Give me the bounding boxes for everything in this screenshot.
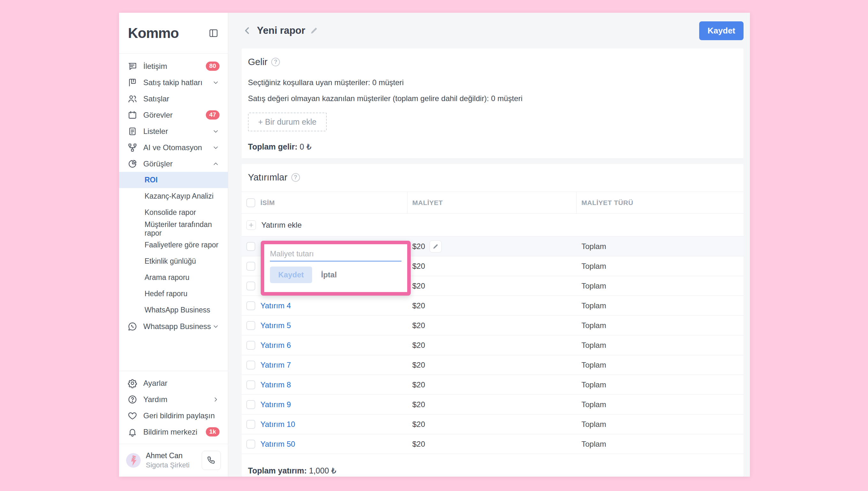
row-checkbox[interactable] xyxy=(246,380,255,389)
row-checkbox[interactable] xyxy=(246,360,255,370)
sidebar-item-bildirim-merkezi[interactable]: Bildirim merkezi1k xyxy=(119,424,228,440)
add-investment-row[interactable]: Yatırım ekle xyxy=(242,213,743,237)
pencil-icon[interactable] xyxy=(310,26,318,35)
chevron-right-icon xyxy=(212,396,220,403)
investment-name-link[interactable]: Yatırım 5 xyxy=(261,321,412,330)
revenue-total-label: Toplam gelir: xyxy=(248,142,297,151)
cost-edit-popup: Kaydet İptal xyxy=(261,241,411,295)
investment-cost: $20 xyxy=(412,420,581,429)
back-chevron-icon[interactable] xyxy=(242,26,252,36)
investment-cost-type: Toplam xyxy=(581,262,743,271)
row-checkbox[interactable] xyxy=(246,301,255,310)
sidebar-item-m-teriler-taraf-ndan-rapor[interactable]: Müşteriler tarafından rapor xyxy=(119,221,228,237)
sidebar-item-label: Konsolide rapor xyxy=(144,208,196,217)
row-checkbox[interactable] xyxy=(246,400,255,409)
investment-name-link[interactable]: Yatırım 50 xyxy=(261,440,412,449)
sidebar-item-hedef-raporu[interactable]: Hedef raporu xyxy=(119,286,228,302)
table-row: Yatırım 10$20Toplam xyxy=(242,414,743,434)
investments-total: Toplam yatırım: 1,000 ₺ xyxy=(248,466,336,475)
sidebar-spacer xyxy=(119,335,228,371)
help-circle-icon xyxy=(127,395,138,405)
sidebar-item-label: Faaliyetlere göre rapor xyxy=(144,241,218,249)
investment-cost-type: Toplam xyxy=(581,420,743,429)
investment-name-link[interactable]: Yatırım 10 xyxy=(261,420,412,429)
revenue-line-1: Seçtiğiniz koşullara uyan müşteriler: 0 … xyxy=(248,78,737,87)
investment-cost-type: Toplam xyxy=(581,242,743,251)
table-header: İSİM MALİYET MALİYET TÜRÜ xyxy=(242,192,743,213)
popup-save-button[interactable]: Kaydet xyxy=(270,266,312,283)
investment-cost: $20 xyxy=(412,360,581,370)
sidebar-item-label: İletişim xyxy=(143,62,167,71)
automation-icon xyxy=(127,143,138,153)
sidebar-item-label: Etkinlik günlüğü xyxy=(144,257,196,266)
row-checkbox[interactable] xyxy=(246,420,255,429)
sidebar-item-whatsapp-business[interactable]: WhatsApp Business xyxy=(119,302,228,318)
sidebar-item-i-leti-im[interactable]: İletişim80 xyxy=(119,58,228,74)
investments-title: Yatırımlar xyxy=(248,172,288,183)
investment-cost-value: $20 xyxy=(412,321,425,330)
app-window: Kommo İletişim80Satış takip hatlarıSatış… xyxy=(119,13,750,476)
panel-toggle-icon[interactable] xyxy=(208,28,219,38)
sidebar-item-yard-m[interactable]: Yardım xyxy=(119,391,228,407)
save-button[interactable]: Kaydet xyxy=(699,21,743,40)
sidebar-logo-row: Kommo xyxy=(119,13,228,54)
investment-name-link[interactable]: Yatırım 7 xyxy=(261,360,412,370)
edit-cost-button[interactable] xyxy=(430,240,442,253)
bell-icon xyxy=(127,427,138,437)
chevron-up-icon xyxy=(212,160,220,168)
column-header-cost-type: MALİYET TÜRÜ xyxy=(581,199,743,207)
stats-pie-icon xyxy=(127,159,138,169)
sidebar-item-arama-raporu[interactable]: Arama raporu xyxy=(119,269,228,286)
investment-cost-type: Toplam xyxy=(581,380,743,389)
phone-button[interactable] xyxy=(202,451,221,470)
help-circle-icon[interactable]: ? xyxy=(291,173,300,182)
sidebar-item-geri-bildirim-payla-n[interactable]: Geri bildirim paylaşın xyxy=(119,407,228,424)
row-checkbox[interactable] xyxy=(246,282,255,290)
row-checkbox[interactable] xyxy=(246,262,255,271)
investment-name-link[interactable]: Yatırım 8 xyxy=(261,380,412,389)
investment-name-link[interactable]: Yatırım 9 xyxy=(261,400,412,409)
investment-cost-type: Toplam xyxy=(581,400,743,409)
investment-cost-value: $20 xyxy=(412,420,425,429)
sidebar-item-ai-ve-otomasyon[interactable]: AI ve Otomasyon xyxy=(119,139,228,155)
cost-amount-input[interactable] xyxy=(270,248,402,261)
table-row: Yatırım 9$20Toplam xyxy=(242,395,743,414)
sidebar-item-g-r-ler[interactable]: Görüşler xyxy=(119,155,228,172)
user-company: Sigorta Şirketi xyxy=(146,461,190,470)
investment-cost-type: Toplam xyxy=(581,440,743,449)
popup-cancel-button[interactable]: İptal xyxy=(321,270,337,279)
sidebar-item-label: ROI xyxy=(144,176,158,184)
investment-name-link[interactable]: Yatırım 6 xyxy=(261,341,412,350)
avatar[interactable] xyxy=(126,453,141,468)
sidebar-item-label: Ayarlar xyxy=(143,379,167,388)
sidebar-item-faaliyetlere-g-re-rapor[interactable]: Faaliyetlere göre rapor xyxy=(119,237,228,253)
user-card[interactable]: Ahmet Can Sigorta Şirketi xyxy=(119,444,228,476)
investment-cost-type: Toplam xyxy=(581,360,743,370)
investment-cost-value: $20 xyxy=(412,400,425,409)
sidebar-item-konsolide-rapor[interactable]: Konsolide rapor xyxy=(119,204,228,221)
row-checkbox[interactable] xyxy=(246,440,255,449)
revenue-total: Toplam gelir: 0 ₺ xyxy=(248,142,737,151)
sidebar-item-roi[interactable]: ROI xyxy=(119,172,228,188)
investment-name-link[interactable]: Yatırım 4 xyxy=(261,301,412,310)
investment-cost-value: $20 xyxy=(412,282,425,290)
sidebar-item-g-revler[interactable]: Görevler47 xyxy=(119,107,228,123)
help-circle-icon[interactable]: ? xyxy=(271,58,280,66)
sidebar-item-sat-lar[interactable]: Satışlar xyxy=(119,91,228,107)
row-checkbox[interactable] xyxy=(246,242,255,251)
sidebar-item-sat-takip-hatlar[interactable]: Satış takip hatları xyxy=(119,74,228,91)
table-row: Yatırım 4$20Toplam xyxy=(242,296,743,316)
sidebar-item-kazan-kay-p-analizi[interactable]: Kazanç-Kayıp Analizi xyxy=(119,188,228,204)
row-checkbox[interactable] xyxy=(246,341,255,350)
revenue-title: Gelir xyxy=(248,57,267,67)
select-all-checkbox[interactable] xyxy=(246,198,255,207)
sidebar-item-listeler[interactable]: Listeler xyxy=(119,123,228,139)
column-header-name: İSİM xyxy=(261,199,412,207)
row-checkbox[interactable] xyxy=(246,321,255,330)
sidebar-item-ayarlar[interactable]: Ayarlar xyxy=(119,375,228,391)
investment-cost-value: $20 xyxy=(412,262,425,271)
investment-cost: $20 xyxy=(412,240,581,253)
sidebar-item-whatsapp-business[interactable]: Whatsapp Business xyxy=(119,318,228,335)
add-status-button[interactable]: + Bir durum ekle xyxy=(248,113,327,132)
sidebar-item-etkinlik-g-nl[interactable]: Etkinlik günlüğü xyxy=(119,253,228,269)
